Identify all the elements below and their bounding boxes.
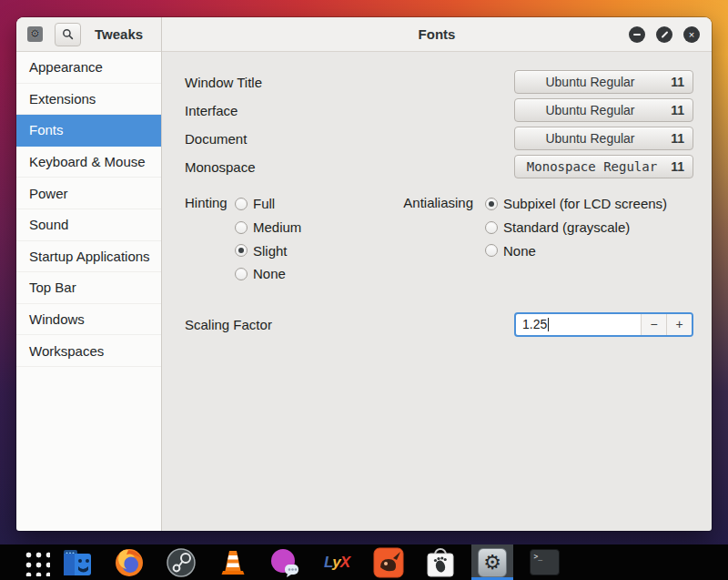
hinting-option-medium[interactable]: Medium — [235, 216, 380, 239]
row-label: Interface — [185, 103, 514, 118]
antialiasing-option-none[interactable]: None — [485, 239, 693, 262]
radio-icon — [485, 198, 498, 210]
dock-tweaks[interactable]: ⚙ — [477, 547, 508, 578]
sidebar-item-windows[interactable]: Windows — [16, 304, 161, 336]
dock-firefox[interactable] — [114, 547, 145, 578]
window-title-font-button[interactable]: Ubuntu Regular 11 — [514, 70, 693, 94]
gimp-icon — [373, 547, 404, 578]
tweaks-app-icon[interactable]: ⚙ — [27, 26, 43, 42]
dock-software[interactable] — [425, 547, 456, 578]
antialiasing-label: Antialiasing — [380, 192, 473, 286]
radio-icon — [235, 244, 248, 257]
font-row-monospace: Monospace Monospace Regular 11 — [185, 155, 693, 178]
taskbar: LyX ⚙ >_ — [0, 544, 728, 580]
dock-lyx[interactable]: LyX — [321, 547, 352, 578]
close-icon: × — [689, 29, 694, 39]
scaling-factor-input[interactable]: 1.25 — [516, 314, 641, 335]
scaling-factor-row: Scaling Factor 1.25 − + — [185, 312, 693, 337]
dock-files[interactable] — [62, 547, 93, 578]
interface-font-button[interactable]: Ubuntu Regular 11 — [514, 98, 693, 122]
document-font-button[interactable]: Ubuntu Regular 11 — [514, 127, 693, 150]
sidebar-item-keyboard-mouse[interactable]: Keyboard & Mouse — [16, 147, 161, 178]
hinting-antialiasing-section: Hinting Full Medium Slight — [185, 192, 693, 286]
scaling-factor-label: Scaling Factor — [185, 317, 514, 332]
sidebar-item-extensions[interactable]: Extensions — [16, 84, 161, 116]
font-row-interface: Interface Ubuntu Regular 11 — [185, 98, 693, 122]
sidebar-header: ⚙ Tweaks — [16, 17, 161, 52]
dock-steam[interactable] — [166, 547, 197, 578]
close-button[interactable]: × — [683, 26, 700, 43]
hinting-option-full[interactable]: Full — [235, 192, 380, 216]
minimize-button[interactable] — [629, 26, 645, 43]
hinting-option-none[interactable]: None — [235, 262, 380, 286]
font-row-document: Document Ubuntu Regular 11 — [185, 127, 693, 150]
search-icon — [62, 28, 74, 40]
page-title: Fonts — [419, 26, 456, 42]
font-row-window-title: Window Title Ubuntu Regular 11 — [185, 70, 693, 94]
dock-messages[interactable] — [269, 547, 300, 578]
minimize-icon — [633, 34, 641, 36]
antialiasing-options: Subpixel (for LCD screens) Standard (gra… — [485, 192, 693, 286]
files-icon — [62, 548, 93, 577]
sidebar-item-power[interactable]: Power — [16, 178, 161, 209]
row-label: Window Title — [185, 75, 514, 90]
hinting-option-slight[interactable]: Slight — [235, 239, 380, 262]
window-controls: × — [629, 17, 700, 52]
tweaks-icon: ⚙ — [478, 548, 507, 577]
headerbar: Fonts × — [162, 17, 712, 52]
messages-icon — [269, 547, 300, 578]
monospace-font-button[interactable]: Monospace Regular 11 — [514, 155, 693, 178]
app-grid-icon — [23, 549, 50, 576]
increment-button[interactable]: + — [666, 314, 692, 335]
tweaks-window: ⚙ Tweaks Appearance Extensions Fonts Key… — [16, 17, 712, 531]
sidebar-item-startup-applications[interactable]: Startup Applications — [16, 241, 161, 273]
row-label: Document — [185, 131, 514, 147]
hinting-label: Hinting — [185, 192, 235, 286]
dock-terminal[interactable]: >_ — [529, 547, 560, 578]
antialiasing-option-standard[interactable]: Standard (grayscale) — [485, 216, 693, 239]
terminal-icon: >_ — [530, 549, 560, 575]
firefox-icon — [114, 547, 145, 578]
sidebar-list: Appearance Extensions Fonts Keyboard & M… — [16, 52, 161, 531]
search-button[interactable] — [55, 23, 81, 46]
app-grid-button[interactable] — [21, 547, 52, 578]
radio-icon — [485, 244, 498, 257]
radio-icon — [235, 198, 248, 210]
main-pane: Fonts × Window Title Ubuntu Regular 11 I… — [162, 17, 712, 531]
sidebar: ⚙ Tweaks Appearance Extensions Fonts Key… — [16, 17, 162, 531]
sidebar-item-top-bar[interactable]: Top Bar — [16, 272, 161, 304]
dock-gimp[interactable] — [373, 547, 404, 578]
sidebar-item-sound[interactable]: Sound — [16, 209, 161, 241]
antialiasing-option-subpixel[interactable]: Subpixel (for LCD screens) — [485, 192, 693, 216]
dock-vlc[interactable] — [217, 547, 248, 578]
radio-icon — [485, 221, 498, 234]
radio-icon — [235, 221, 248, 234]
fonts-page: Window Title Ubuntu Regular 11 Interface… — [162, 52, 712, 337]
software-icon — [426, 547, 455, 578]
hinting-options: Full Medium Slight None — [235, 192, 380, 286]
radio-icon — [235, 268, 248, 280]
decrement-button[interactable]: − — [641, 314, 666, 335]
sidebar-item-appearance[interactable]: Appearance — [16, 52, 161, 84]
sidebar-item-fonts[interactable]: Fonts — [16, 115, 161, 147]
app-title: Tweaks — [95, 26, 143, 42]
row-label: Monospace — [185, 159, 514, 175]
lyx-icon: LyX — [324, 554, 349, 572]
scaling-factor-spinbox[interactable]: 1.25 − + — [514, 312, 693, 337]
restore-icon — [661, 31, 668, 38]
text-cursor — [548, 318, 549, 331]
vlc-icon — [217, 547, 248, 578]
sidebar-item-workspaces[interactable]: Workspaces — [16, 335, 161, 367]
restore-button[interactable] — [656, 26, 672, 43]
steam-icon — [166, 547, 197, 578]
